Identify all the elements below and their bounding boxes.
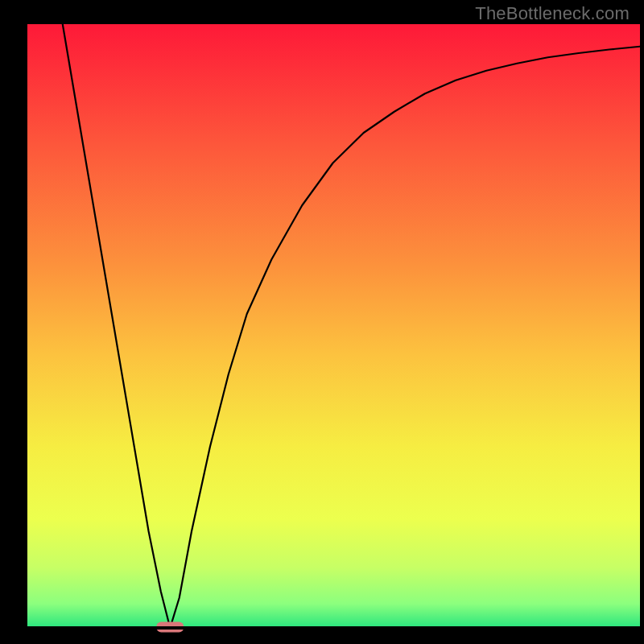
bottleneck-chart (0, 0, 644, 644)
plot-background (26, 24, 640, 628)
chart-container: { "watermark": "TheBottleneck.com", "cha… (0, 0, 644, 644)
watermark-text: TheBottleneck.com (475, 3, 630, 24)
